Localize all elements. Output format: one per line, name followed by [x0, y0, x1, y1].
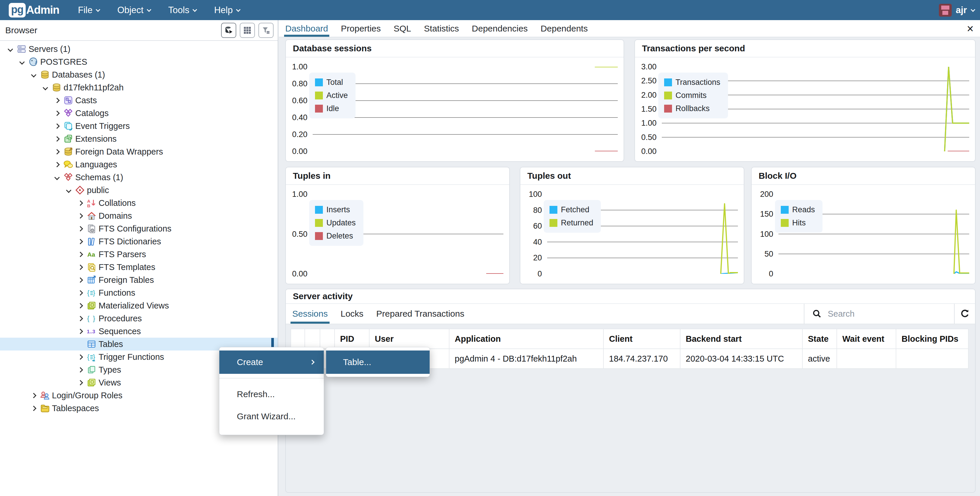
chevron-right-icon[interactable] — [75, 197, 86, 208]
column-header-blank[interactable] — [291, 329, 305, 349]
tab-dashboard[interactable]: Dashboard — [285, 20, 328, 37]
chevron-down-icon[interactable] — [16, 56, 27, 67]
tab-properties[interactable]: Properties — [341, 20, 381, 37]
tables-icon — [86, 339, 97, 349]
tree-item-databases-1[interactable]: Databases (1) — [0, 68, 278, 81]
column-header-blank[interactable] — [320, 329, 334, 349]
chevron-right-icon[interactable] — [75, 364, 86, 375]
tree-item-label: FTS Dictionaries — [99, 237, 161, 246]
tree-item-casts[interactable]: Casts — [0, 94, 278, 107]
column-header-pid[interactable]: PID — [334, 329, 369, 349]
column-header-application[interactable]: Application — [449, 329, 603, 349]
chevron-right-icon[interactable] — [75, 262, 86, 273]
tree-item-fts-configurations[interactable]: FTS Configurations — [0, 222, 278, 235]
menu-file[interactable]: File — [78, 5, 99, 16]
activity-tab-prepared-transactions[interactable]: Prepared Transactions — [376, 304, 465, 324]
chevron-right-icon[interactable] — [28, 403, 39, 414]
chevron-down-icon[interactable] — [40, 82, 51, 93]
tree-item-sequences[interactable]: 1..3Sequences — [0, 325, 278, 338]
user-menu[interactable]: ajr — [939, 4, 980, 17]
tree-item-procedures[interactable]: {}Procedures — [0, 312, 278, 325]
context-submenu: Table... — [326, 347, 430, 377]
chevron-right-icon[interactable] — [51, 121, 62, 132]
chevron-right-icon[interactable] — [75, 377, 86, 388]
column-header-blocking-pids[interactable]: Blocking PIDs — [896, 329, 968, 349]
activity-tab-sessions[interactable]: Sessions — [292, 304, 328, 324]
chevron-down-icon[interactable] — [63, 184, 74, 196]
chevron-down-icon[interactable] — [51, 172, 62, 183]
column-header-backend-start[interactable]: Backend start — [680, 329, 802, 349]
tree-item-fts-dictionaries[interactable]: FTS Dictionaries — [0, 235, 278, 248]
column-header-state[interactable]: State — [802, 329, 837, 349]
tree-item-extensions[interactable]: Extensions — [0, 132, 278, 145]
chevron-right-icon[interactable] — [75, 210, 86, 221]
chevron-right-icon[interactable] — [28, 390, 39, 401]
context-submenu-item-table[interactable]: Table... — [326, 350, 430, 374]
column-header-user[interactable]: User — [369, 329, 449, 349]
chevron-down-icon[interactable] — [28, 69, 39, 80]
y-axis-tick: 2.00 — [640, 91, 657, 99]
column-header-client[interactable]: Client — [603, 329, 680, 349]
tree-item-event-triggers[interactable]: Event Triggers — [0, 119, 278, 132]
chevron-right-icon[interactable] — [75, 326, 86, 337]
tree-item-foreign-data-wrappers[interactable]: Foreign Data Wrappers — [0, 145, 278, 158]
y-axis-tick: 1.00 — [291, 62, 307, 72]
tab-dependents[interactable]: Dependents — [541, 20, 588, 37]
tree-item-postgres[interactable]: POSTGRES — [0, 56, 278, 68]
tree-item-d17fekh11pf2ah[interactable]: d17fekh11pf2ah — [0, 81, 278, 94]
servers-icon — [16, 44, 27, 54]
tree-item-fts-templates[interactable]: FTS Templates — [0, 261, 278, 273]
chevron-right-icon[interactable] — [75, 287, 86, 298]
search-input[interactable] — [828, 309, 939, 319]
tab-dependencies[interactable]: Dependencies — [472, 20, 528, 37]
tree-item-servers-1[interactable]: Servers (1) — [0, 43, 278, 56]
activity-tab-locks[interactable]: Locks — [340, 304, 363, 324]
chevron-right-icon[interactable] — [75, 351, 86, 362]
tree-item-public[interactable]: public — [0, 184, 278, 197]
tree-item-languages[interactable]: Languages — [0, 158, 278, 171]
tab-statistics[interactable]: Statistics — [424, 20, 459, 37]
legend-label: Commits — [676, 91, 707, 100]
context-menu-item-create[interactable]: Create — [220, 350, 324, 374]
tree-item-domains[interactable]: Domains — [0, 209, 278, 222]
menu-tools[interactable]: Tools — [168, 5, 196, 16]
chevron-right-icon[interactable] — [51, 133, 62, 144]
chevron-right-icon[interactable] — [75, 236, 86, 247]
legend-entry-total: Total — [315, 78, 348, 87]
pgadmin-logo[interactable]: pg Admin — [9, 3, 59, 17]
chart-panel-tuples-in: Tuples in 1.000.500.00InsertsUpdatesDele… — [285, 167, 510, 284]
context-menu-item-grant-wizard[interactable]: Grant Wizard... — [220, 405, 324, 428]
tree-item-fts-parsers[interactable]: AaFTS Parsers — [0, 248, 278, 261]
tree-item-collations[interactable]: ABCollations — [0, 197, 278, 209]
query-tool-button[interactable] — [221, 23, 236, 38]
tree-item-label: FTS Templates — [99, 262, 155, 272]
chevron-right-icon[interactable] — [51, 108, 62, 119]
tree-item-materialized-views[interactable]: Materialized Views — [0, 299, 278, 312]
tab-sql[interactable]: SQL — [394, 20, 411, 37]
chevron-right-icon[interactable] — [51, 146, 62, 157]
filter-button[interactable] — [258, 23, 274, 38]
menu-object[interactable]: Object — [117, 5, 150, 16]
top-menu: FileObjectToolsHelp — [78, 5, 239, 16]
menu-help[interactable]: Help — [214, 5, 239, 16]
close-icon[interactable]: × — [967, 23, 974, 34]
tree-item-catalogs[interactable]: Catalogs — [0, 107, 278, 119]
column-header-wait-event[interactable]: Wait event — [837, 329, 896, 349]
tree-item-foreign-tables[interactable]: Foreign Tables — [0, 273, 278, 286]
tree-item-functions[interactable]: {}Functions — [0, 286, 278, 299]
chevron-right-icon[interactable] — [51, 159, 62, 170]
chevron-right-icon[interactable] — [75, 249, 86, 260]
chevron-right-icon[interactable] — [75, 274, 86, 286]
chevron-right-icon[interactable] — [75, 313, 86, 324]
chevron-down-icon — [192, 7, 197, 12]
chevron-right-icon[interactable] — [75, 223, 86, 234]
y-axis-tick: 0.60 — [291, 96, 307, 105]
chevron-right-icon[interactable] — [51, 95, 62, 106]
context-menu-item-refresh[interactable]: Refresh... — [220, 383, 324, 405]
refresh-button[interactable] — [954, 304, 975, 324]
view-data-button[interactable] — [240, 23, 255, 38]
chevron-down-icon[interactable] — [5, 43, 16, 54]
tree-item-schemas-1[interactable]: Schemas (1) — [0, 171, 278, 184]
column-header-blank[interactable] — [305, 329, 320, 349]
chevron-right-icon[interactable] — [75, 300, 86, 311]
